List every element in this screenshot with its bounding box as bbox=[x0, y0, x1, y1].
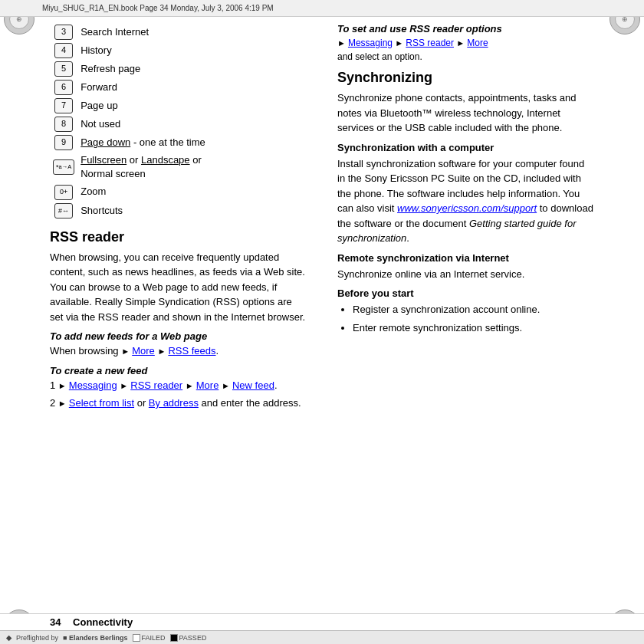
list-item: Enter remote synchronization settings. bbox=[353, 320, 594, 336]
table-row: 9 Page down - one at the time bbox=[50, 133, 307, 152]
key-7: 7 bbox=[54, 98, 73, 113]
table-row: 3 Search Internet bbox=[50, 23, 307, 41]
messaging-link-2[interactable]: Messaging bbox=[348, 38, 393, 48]
rss-reader-link[interactable]: RSS reader bbox=[130, 380, 182, 391]
key-hash: #↔ bbox=[54, 203, 73, 219]
key-zero: 0+ bbox=[54, 185, 73, 200]
main-content: 3 Search Internet 4 History 5 Refresh pa… bbox=[0, 17, 644, 629]
preflight-text: Preflighted by bbox=[16, 634, 58, 642]
rss-sub1-title: To add new feeds for a Web page bbox=[50, 330, 307, 342]
and-select-text: and select an option. bbox=[337, 51, 422, 62]
arrow-icon-7: ► bbox=[58, 399, 69, 408]
new-feed-link[interactable]: New feed bbox=[232, 380, 274, 391]
rss-body: When browsing, you can receive frequentl… bbox=[50, 250, 307, 325]
more-link-2[interactable]: More bbox=[196, 380, 219, 391]
arrow-icon-3: ► bbox=[58, 381, 69, 390]
remote-sync-body: Synchronize online via an Internet servi… bbox=[337, 267, 594, 282]
sync-url[interactable]: www.sonyericsson.com/support bbox=[397, 202, 537, 214]
failed-badge: FAILED bbox=[133, 634, 166, 642]
remote-sync-heading: Remote synchronization via Internet bbox=[337, 252, 594, 264]
key-6: 6 bbox=[54, 80, 73, 95]
arrow-icon-6: ► bbox=[222, 381, 232, 390]
shortcut-fullscreen: Fullscreen or Landscape orNormal screen bbox=[77, 152, 307, 182]
list-item: 2 ► Select from list or By address and e… bbox=[50, 396, 307, 411]
arrow-icon-5: ► bbox=[186, 381, 196, 390]
left-column: 3 Search Internet 4 History 5 Refresh pa… bbox=[0, 17, 322, 629]
shortcut-shortcuts: Shortcuts bbox=[77, 202, 307, 220]
table-row: *a→A Fullscreen or Landscape orNormal sc… bbox=[50, 152, 307, 182]
preflight-logo: ◆ bbox=[6, 634, 12, 642]
table-row: 7 Page up bbox=[50, 97, 307, 115]
shortcut-not-used: Not used bbox=[77, 115, 307, 133]
preflight-bar: ◆ Preflighted by ■ Elanders Berlings FAI… bbox=[0, 630, 644, 644]
key-3: 3 bbox=[54, 25, 73, 40]
key-9: 9 bbox=[54, 135, 73, 150]
page-header: Miyu_SHUG_R1A_EN.book Page 34 Monday, Ju… bbox=[0, 0, 644, 17]
arrow-icon-4: ► bbox=[120, 381, 130, 390]
select-from-list-link[interactable]: Select from list bbox=[69, 397, 134, 409]
rss-add-feeds-text: When browsing ► More ► RSS feeds. bbox=[50, 343, 307, 359]
arrow-icon-8: ► bbox=[337, 38, 348, 48]
sync-heading: Synchronizing bbox=[337, 70, 594, 86]
before-start-heading: Before you start bbox=[337, 288, 594, 299]
by-address-link[interactable]: By address bbox=[149, 397, 199, 409]
pass-checkbox bbox=[170, 634, 178, 642]
rss-section: RSS reader When browsing, you can receiv… bbox=[50, 229, 307, 411]
bullet-enter-remote: Enter remote synchronization settings. bbox=[353, 322, 522, 334]
more-link-3[interactable]: More bbox=[467, 38, 488, 48]
shortcut-table: 3 Search Internet 4 History 5 Refresh pa… bbox=[50, 23, 307, 220]
sync-period: . bbox=[406, 232, 409, 244]
shortcut-search-internet: Search Internet bbox=[77, 23, 307, 41]
fail-checkbox bbox=[133, 634, 140, 642]
sync-computer-body: Install synchronization software for you… bbox=[337, 156, 594, 246]
rss-feeds-link[interactable]: RSS feeds bbox=[168, 345, 215, 356]
rss-options-nav: ► Messaging ► RSS reader ► More and sele… bbox=[337, 36, 594, 64]
before-start-list: Register a synchronization account onlin… bbox=[337, 302, 594, 335]
shortcut-forward: Forward bbox=[77, 78, 307, 97]
rss-steps-list: 1 ► Messaging ► RSS reader ► More ► New … bbox=[50, 378, 307, 411]
more-link-1[interactable]: More bbox=[132, 345, 155, 356]
key-5: 5 bbox=[54, 61, 73, 77]
sync-section: Synchronizing Synchronize phone contacts… bbox=[337, 70, 594, 335]
table-row: 0+ Zoom bbox=[50, 182, 307, 201]
table-row: 8 Not used bbox=[50, 115, 307, 133]
arrow-icon-10: ► bbox=[456, 38, 467, 48]
passed-badge: PASSED bbox=[170, 634, 207, 642]
bullet-register: Register a synchronization account onlin… bbox=[353, 304, 540, 315]
table-row: #↔ Shortcuts bbox=[50, 202, 307, 220]
key-8: 8 bbox=[54, 117, 73, 132]
list-item: Register a synchronization account onlin… bbox=[353, 302, 594, 317]
table-row: 6 Forward bbox=[50, 78, 307, 97]
and-enter-text: and enter the address. bbox=[202, 397, 301, 409]
key-4: 4 bbox=[54, 43, 73, 58]
arrow-icon-9: ► bbox=[395, 38, 406, 48]
shortcut-refresh: Refresh page bbox=[77, 60, 307, 78]
arrow-icon-1: ► bbox=[121, 347, 132, 356]
shortcut-page-down: Page down - one at the time bbox=[77, 133, 307, 152]
right-column: To set and use RSS reader options ► Mess… bbox=[322, 17, 644, 629]
messaging-link[interactable]: Messaging bbox=[69, 380, 117, 391]
shortcut-zoom: Zoom bbox=[77, 182, 307, 201]
sync-computer-heading: Synchronization with a computer bbox=[337, 142, 594, 153]
footer-label: Connectivity bbox=[73, 616, 133, 628]
arrow-icon-2: ► bbox=[157, 347, 168, 356]
key-star: *a→A bbox=[53, 159, 74, 175]
shortcut-page-up: Page up bbox=[77, 97, 307, 115]
table-row: 4 History bbox=[50, 41, 307, 60]
page-number: 34 bbox=[50, 616, 61, 628]
rss-sub2-title: To create a new feed bbox=[50, 365, 307, 376]
rss-reader-link-2[interactable]: RSS reader bbox=[406, 38, 454, 48]
or-text: or bbox=[137, 397, 149, 409]
sync-body: Synchronize phone contacts, appointments… bbox=[337, 90, 594, 136]
shortcut-history: History bbox=[77, 41, 307, 60]
rss-heading: RSS reader bbox=[50, 229, 307, 245]
when-browsing-label: When browsing bbox=[50, 345, 119, 356]
header-text: Miyu_SHUG_R1A_EN.book Page 34 Monday, Ju… bbox=[42, 4, 274, 12]
page-footer: 34 Connectivity bbox=[0, 613, 644, 630]
preflight-company: ■ Elanders Berlings bbox=[63, 634, 127, 642]
list-item: 1 ► Messaging ► RSS reader ► More ► New … bbox=[50, 378, 307, 393]
rss-options-title: To set and use RSS reader options bbox=[337, 23, 594, 34]
table-row: 5 Refresh page bbox=[50, 60, 307, 78]
